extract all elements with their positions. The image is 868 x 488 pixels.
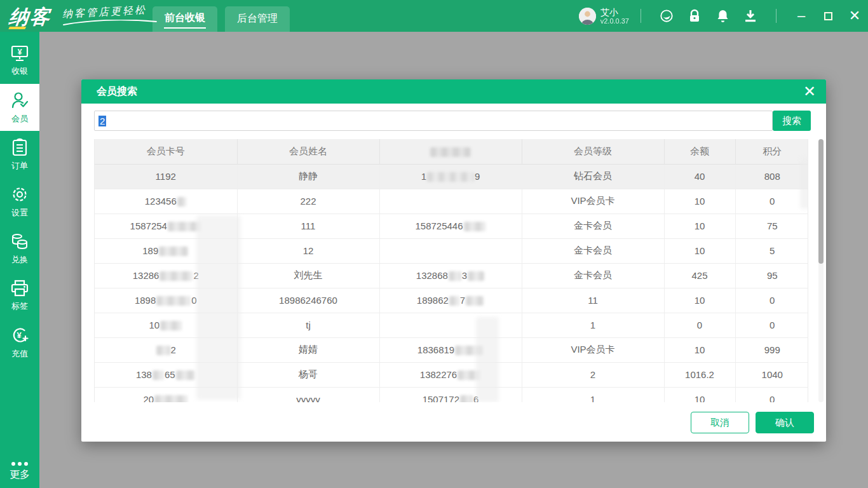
table-cell: 12 — [237, 238, 379, 263]
dialog-title: 会员搜索 — [97, 85, 137, 98]
table-cell: 95 — [735, 263, 808, 288]
search-button[interactable]: 搜索 — [773, 111, 811, 131]
main-tabs: 前台收银 后台管理 — [153, 6, 290, 32]
table-cell: 1898627 — [379, 288, 522, 313]
maximize-button[interactable] — [818, 6, 837, 25]
table-cell: 11 — [522, 288, 664, 313]
table-cell: 13865 — [95, 362, 237, 387]
table-cell: 1 — [522, 313, 664, 337]
minimize-button[interactable]: – — [792, 6, 811, 25]
table-cell — [379, 313, 522, 337]
cancel-button[interactable]: 取消 — [691, 412, 749, 433]
table-cell: tj — [237, 313, 379, 337]
table-cell: 10 — [664, 214, 735, 238]
sidebar-item-more[interactable]: 更多 — [0, 462, 39, 482]
table-cell: 1040 — [735, 362, 808, 387]
table-cell: yyyyy — [237, 387, 379, 402]
search-input-selected-text: 2 — [98, 116, 106, 126]
table-cell: 158725446 — [379, 214, 522, 238]
table-cell: 10 — [664, 387, 735, 402]
table-row[interactable]: 1587254111158725446金卡会员1075 — [95, 214, 808, 238]
table-cell: 1382276 — [379, 362, 522, 387]
table-row[interactable]: 132862刘先生1328683金卡会员42595 — [95, 263, 808, 288]
table-cell: 10 — [664, 337, 735, 362]
table-cell — [379, 189, 522, 214]
table-cell: 132862 — [95, 263, 237, 288]
member-table-head: 会员卡号会员姓名会员等级余额积分 — [95, 139, 808, 164]
table-cell: 19 — [379, 164, 522, 189]
svg-text:¥: ¥ — [17, 330, 22, 339]
table-cell: 金卡会员 — [522, 263, 664, 288]
avatar-person-icon — [579, 8, 596, 25]
download-icon[interactable] — [743, 9, 757, 23]
table-cell: 222 — [237, 189, 379, 214]
table-cell — [379, 238, 522, 263]
column-header: 会员卡号 — [95, 139, 237, 164]
redaction-blur — [455, 346, 483, 355]
table-row[interactable]: 18912金卡会员105 — [95, 238, 808, 263]
member-search-input[interactable]: 2 — [94, 111, 773, 131]
redaction-blur — [464, 222, 485, 231]
table-cell: 999 — [735, 337, 808, 362]
table-cell: VIP会员卡 — [522, 189, 664, 214]
table-row[interactable]: 1192静静19钻石会员40808 — [95, 164, 808, 189]
table-row[interactable]: 1898018986246760189862711100 — [95, 288, 808, 313]
sidebar-item-label[interactable]: 标签 — [0, 272, 39, 319]
table-cell: 10 — [664, 288, 735, 313]
redaction-blur — [427, 172, 474, 182]
redaction-blur — [159, 247, 188, 256]
redaction-blur — [168, 222, 201, 231]
sidebar-item-member[interactable]: 会员 — [0, 84, 39, 131]
table-cell: 2 — [95, 337, 237, 362]
table-cell: 123456 — [95, 189, 237, 214]
table-cell: VIP会员卡 — [522, 337, 664, 362]
redaction-blur — [159, 271, 193, 281]
table-row[interactable]: 123456222VIP会员卡100 — [95, 189, 808, 214]
cashier-monitor-icon: ¥ — [10, 44, 29, 62]
table-cell: 0 — [735, 288, 808, 313]
table-cell: 189 — [95, 238, 237, 263]
table-cell: 18986246760 — [237, 288, 379, 313]
sidebar-item-cashier[interactable]: ¥ 收银 — [0, 37, 39, 84]
tab-backend-admin[interactable]: 后台管理 — [225, 6, 290, 32]
sidebar: ¥ 收银 会员 订单 设置 兑换 — [0, 32, 39, 488]
column-header: 会员姓名 — [237, 139, 379, 164]
table-cell: 18980 — [95, 288, 237, 313]
table-cell: 0 — [735, 189, 808, 214]
redaction-blur — [449, 271, 461, 281]
app-logo: 纳客 纳客管店更轻松 — [9, 4, 158, 30]
table-cell: 钻石会员 — [522, 164, 664, 189]
table-scrollbar-thumb[interactable] — [818, 139, 824, 264]
table-cell: 20 — [95, 387, 237, 402]
topbar-divider — [641, 9, 641, 23]
sidebar-item-recharge[interactable]: ¥ 充值 — [0, 319, 39, 366]
member-table-body: 1192静静19钻石会员40808123456222VIP会员卡10015872… — [95, 164, 808, 402]
user-name: 艾小 — [600, 7, 629, 17]
close-window-button[interactable]: ✕ — [845, 6, 864, 25]
table-row[interactable]: 10tj100 — [95, 313, 808, 337]
lock-icon[interactable] — [688, 9, 702, 23]
dialog-header: 会员搜索 ✕ — [81, 79, 826, 104]
member-table: 会员卡号会员姓名会员等级余额积分 1192静静19钻石会员40808123456… — [94, 139, 808, 402]
bell-icon[interactable] — [715, 9, 729, 23]
confirm-button[interactable]: 确认 — [756, 412, 814, 433]
sidebar-item-settings[interactable]: 设置 — [0, 178, 39, 225]
maximize-icon — [824, 12, 832, 20]
tab-front-cashier[interactable]: 前台收银 — [153, 6, 217, 32]
sidebar-item-orders[interactable]: 订单 — [0, 131, 39, 178]
slogan: 纳客管店更轻松 — [62, 6, 158, 26]
exchange-coins-icon — [10, 232, 29, 251]
table-scrollbar[interactable] — [818, 139, 824, 402]
table-row[interactable]: 2婧婧1836819VIP会员卡10999 — [95, 337, 808, 362]
user-block: 艾小 v2.0.0.37 — [600, 7, 629, 25]
avatar[interactable] — [579, 8, 596, 25]
sidebar-item-exchange[interactable]: 兑换 — [0, 225, 39, 272]
dialog-close-icon[interactable]: ✕ — [803, 84, 816, 99]
table-row[interactable]: 20yyyyy150717261100 — [95, 387, 808, 402]
column-header: 余额 — [664, 139, 735, 164]
table-cell: 1587254 — [95, 214, 237, 238]
customer-service-icon[interactable] — [660, 9, 674, 23]
table-cell: 808 — [735, 164, 808, 189]
table-row[interactable]: 13865杨哥138227621016.21040 — [95, 362, 808, 387]
topbar-divider-2 — [776, 9, 776, 23]
